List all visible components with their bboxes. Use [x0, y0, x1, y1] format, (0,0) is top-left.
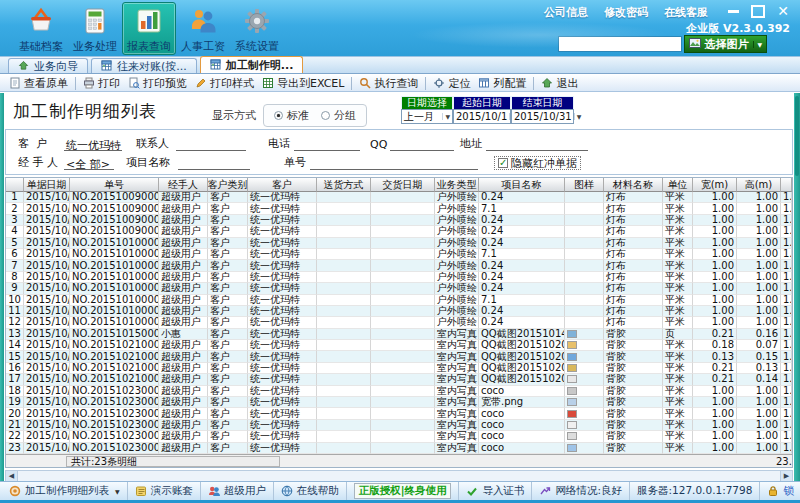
table-row[interactable]: 212015/10/23NO.201510230003超级用户客户统一优玛特室内… — [6, 420, 792, 431]
table-row[interactable]: 12015/10/9NO.201510090002超级用户客户统一优玛特户外喷绘… — [6, 192, 792, 203]
table-row[interactable]: 62015/10/10NO.201510100001超级用户客户统一优玛特户外喷… — [6, 249, 792, 260]
date-dropdown[interactable]: 上一月▼ — [401, 109, 453, 124]
table-row[interactable]: 82015/10/10NO.201510100001超级用户客户统一优玛特户外喷… — [6, 272, 792, 283]
table-row[interactable]: 122015/10/10NO.201510100002超级用户客户统一优玛特户外… — [6, 317, 792, 328]
nav-item-chart[interactable]: 报表查询 — [122, 2, 176, 55]
toolbar-button[interactable]: 打印 — [79, 76, 124, 91]
table-row[interactable]: 92015/10/10NO.201510100002超级用户客户统一优玛特户外喷… — [6, 283, 792, 294]
column-header[interactable] — [6, 178, 24, 192]
table-row[interactable]: 142015/10/21NO.201510210001超级用户客户统一优玛特室内… — [6, 340, 792, 351]
status-item[interactable]: 导入证书 — [458, 482, 531, 500]
status-item[interactable]: 演示账套 — [127, 482, 200, 500]
scroll-right-icon[interactable]: ▶ — [780, 471, 792, 481]
chevron-down-icon[interactable]: ▼ — [753, 41, 762, 48]
filter-input[interactable] — [486, 138, 588, 151]
column-header[interactable]: 客户类别 — [208, 178, 248, 192]
column-header[interactable]: 业务类型 — [435, 178, 479, 192]
toolbar-button[interactable]: 查看原单 — [5, 76, 72, 91]
filter-input[interactable]: 统一优玛特 — [64, 138, 122, 151]
toolbar-button[interactable]: 打印预览 — [124, 76, 191, 91]
filter-input[interactable] — [178, 157, 250, 170]
table-row[interactable]: 202015/10/23NO.201510230003超级用户客户统一优玛特室内… — [6, 408, 792, 419]
chevron-down-icon[interactable]: ▼ — [115, 488, 120, 495]
column-header[interactable]: 材料名称 — [604, 178, 663, 192]
table-row[interactable]: 132015/10/15NO.201510150004小惠客户统一优玛特室内写真… — [6, 329, 792, 340]
filter-input[interactable] — [390, 138, 454, 151]
pick-image-button[interactable]: 选择图片 ▼ — [684, 35, 767, 53]
radio-selected[interactable]: 标准 — [274, 108, 309, 123]
toolbar-button[interactable]: 退出 — [537, 76, 582, 91]
column-header[interactable]: 经手人 — [159, 178, 208, 192]
column-header[interactable]: 单号 — [70, 178, 159, 192]
filter-input[interactable] — [310, 157, 478, 170]
column-header[interactable]: 项目名称 — [479, 178, 565, 192]
table-cell: 超级用户 — [159, 340, 208, 351]
table-cell: 客户 — [208, 363, 248, 374]
table-cell — [371, 351, 435, 362]
table-row[interactable]: 32015/10/9NO.201510090002超级用户客户统一优玛特户外喷绘… — [6, 215, 792, 226]
column-header[interactable]: 客户 — [248, 178, 317, 192]
table-row[interactable]: 22015/10/9NO.201510090002超级用户客户统一优玛特户外喷绘… — [6, 203, 792, 214]
nav-item-people[interactable]: 人事工资 — [176, 2, 230, 55]
toolbar-button[interactable]: 执行查询 — [355, 76, 422, 91]
table-row[interactable]: 112015/10/10NO.201510100002超级用户客户统一优玛特户外… — [6, 306, 792, 317]
table-row[interactable]: 72015/10/10NO.201510100001超级用户客户统一优玛特户外喷… — [6, 260, 792, 271]
table-row[interactable]: 152015/10/21NO.201510210001超级用户客户统一优玛特室内… — [6, 351, 792, 362]
status-item[interactable]: 加工制作明细列表▼ — [2, 482, 127, 500]
table-cell — [371, 295, 435, 306]
date-dropdown[interactable]: 2015/10/1▼ — [453, 109, 511, 124]
chevron-down-icon[interactable]: ▼ — [574, 113, 582, 120]
toolbar-button[interactable]: 打印样式 — [191, 76, 258, 91]
toolbar-button[interactable]: 导出到EXCEL — [258, 76, 348, 91]
column-header[interactable]: 单位 — [663, 178, 693, 192]
toolbar-button[interactable]: 定位 — [429, 76, 474, 91]
column-header[interactable]: 送货方式 — [317, 178, 371, 192]
table-row[interactable]: 102015/10/10NO.201510100002超级用户客户统一优玛特户外… — [6, 295, 792, 306]
table-row[interactable]: 232015/10/23NO.201510230003超级用户客户统一优玛特室内… — [6, 443, 792, 454]
table-cell: 0.13 — [737, 363, 781, 374]
toolbar-button[interactable]: 列配置 — [474, 76, 530, 91]
table-row[interactable]: 222015/10/23NO.201510230003超级用户客户统一优玛特室内… — [6, 431, 792, 442]
table-row[interactable]: 52015/10/10NO.201510100001超级用户客户统一优玛特户外喷… — [6, 238, 792, 249]
tab[interactable]: 往来对账(按... — [91, 58, 197, 73]
vertical-scrollbar-thumb[interactable] — [795, 96, 799, 176]
filter-input[interactable] — [294, 138, 360, 151]
table-row[interactable]: 182015/10/23NO.201510230003超级用户客户统一优玛特室内… — [6, 386, 792, 397]
table-cell — [371, 408, 435, 419]
date-dropdown[interactable]: 2015/10/31▼ — [511, 109, 574, 124]
filter-input[interactable]: <全 部> — [64, 157, 114, 170]
column-header[interactable]: 高(m) — [737, 178, 781, 192]
column-header[interactable]: 交货日期 — [371, 178, 435, 192]
thumbnail-image — [567, 421, 577, 429]
nav-item-calculator[interactable]: 业务处理 — [68, 2, 122, 55]
chevron-down-icon[interactable]: ▼ — [442, 113, 450, 120]
nav-item-basket[interactable]: 基础档案 — [14, 2, 68, 55]
scroll-left-icon[interactable]: ◀ — [6, 471, 18, 481]
titlebar-link[interactable]: 修改密码 — [604, 5, 648, 20]
maximize-icon[interactable] — [751, 5, 765, 17]
date-filter-column: 结束日期2015/10/31▼ — [511, 96, 574, 124]
column-header[interactable]: 单据日期 — [24, 178, 70, 192]
status-item[interactable]: 超级用户 — [200, 482, 273, 500]
column-header[interactable]: 图样 — [565, 178, 604, 192]
nav-item-gear[interactable]: 系统设置 — [230, 2, 284, 55]
table-row[interactable]: 172015/10/21NO.201510210001超级用户客户统一优玛特室内… — [6, 374, 792, 385]
column-header[interactable]: 宽(m) — [693, 178, 737, 192]
titlebar-link[interactable]: 公司信息 — [544, 5, 588, 20]
radio-option[interactable]: 分组 — [321, 108, 356, 123]
image-search-input[interactable] — [558, 36, 682, 52]
close-icon[interactable]: ✕ — [776, 5, 790, 17]
titlebar-link[interactable]: 在线客服 — [664, 5, 708, 20]
tab[interactable]: 加工制作明... — [200, 56, 304, 73]
filter-input[interactable] — [176, 138, 246, 151]
hide-red-checkbox[interactable]: ✓隐藏红冲单据 — [494, 156, 581, 170]
column-header[interactable] — [781, 178, 792, 192]
table-row[interactable]: 42015/10/9NO.201510090002超级用户客户统一优玛特户外喷绘… — [6, 226, 792, 237]
table-row[interactable]: 192015/10/23NO.201510230003超级用户客户统一优玛特室内… — [6, 397, 792, 408]
tab[interactable]: 业务向导 — [8, 58, 88, 73]
minimize-icon[interactable] — [726, 5, 740, 17]
status-item[interactable]: 在线帮助 — [273, 482, 346, 500]
table-row[interactable]: 162015/10/21NO.201510210001超级用户客户统一优玛特室内… — [6, 363, 792, 374]
status-item[interactable]: 锁 屏 — [759, 482, 800, 500]
table-cell — [371, 238, 435, 249]
